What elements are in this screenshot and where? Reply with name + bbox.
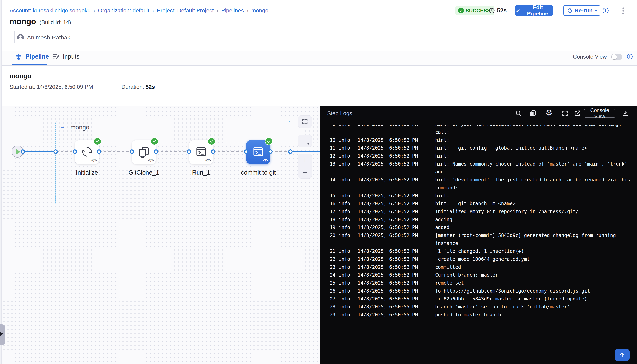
success-check-icon bbox=[94, 137, 102, 145]
inputs-icon bbox=[52, 53, 60, 60]
log-message: hint: 'development'. The just-created br… bbox=[435, 176, 634, 192]
log-line-number: 27 bbox=[327, 295, 336, 303]
log-line-number: 11 bbox=[327, 144, 336, 152]
console-view-info-icon[interactable] bbox=[627, 54, 634, 60]
log-line-number: 14 bbox=[327, 176, 336, 184]
log-line: 17 info 14/8/2025, 6:50:52 PM Initialize… bbox=[327, 208, 637, 216]
log-link[interactable]: https://github.com/Sonichigo/economy-dis… bbox=[444, 288, 590, 294]
breadcrumb-pipeline-name[interactable]: mongo bbox=[251, 7, 268, 14]
port-start bbox=[21, 150, 25, 154]
log-level: info bbox=[339, 232, 350, 239]
console-view-toggle[interactable] bbox=[611, 54, 622, 60]
download-logs-icon[interactable] bbox=[622, 110, 629, 117]
log-line-number: 24 bbox=[327, 271, 336, 279]
zoom-in-button[interactable]: + bbox=[298, 154, 312, 166]
log-line-number: 12 bbox=[327, 152, 336, 160]
log-message: remote set bbox=[435, 279, 634, 287]
log-line: 13 info 14/8/2025, 6:50:52 PM hint: Name… bbox=[327, 160, 637, 176]
collapse-stage-icon[interactable]: − bbox=[60, 124, 66, 130]
log-timestamp: 14/8/2025, 6:50:52 PM bbox=[358, 144, 435, 152]
log-level: info bbox=[339, 160, 350, 168]
breadcrumb-account[interactable]: Account: kurosakiichigo.songoku bbox=[10, 7, 90, 14]
sync-icon bbox=[81, 146, 93, 158]
pipeline-icon bbox=[15, 53, 22, 60]
step-label-run: Run_1 bbox=[175, 169, 227, 176]
success-check-icon bbox=[208, 137, 216, 145]
step-node-commit-to-git[interactable]: </> bbox=[246, 140, 270, 164]
stage-group-label: mongo bbox=[70, 124, 89, 131]
console-view-control: Console View bbox=[573, 54, 634, 60]
log-level: info bbox=[339, 136, 350, 144]
edge-start-to-stage bbox=[20, 151, 56, 152]
search-logs-icon[interactable] bbox=[515, 110, 522, 117]
port-initialize-out bbox=[97, 150, 101, 154]
log-level: info bbox=[339, 176, 350, 184]
console-view-button[interactable]: Console View bbox=[584, 109, 615, 118]
toggle-knob bbox=[612, 54, 617, 59]
pencil-icon bbox=[515, 8, 520, 13]
step-node-run[interactable]: </> bbox=[189, 140, 213, 164]
breadcrumb-organization[interactable]: Organization: default bbox=[98, 7, 149, 14]
log-timestamp: 14/8/2025, 6:50:55 PM bbox=[358, 311, 435, 319]
main-area: − mongo </> bbox=[0, 106, 637, 364]
log-level: info bbox=[339, 287, 350, 295]
status-text: SUCCESS bbox=[466, 8, 490, 14]
status-badge: ✓ SUCCESS bbox=[455, 6, 494, 15]
tab-bar: Pipeline Inputs Console View bbox=[0, 50, 637, 66]
log-level: info bbox=[339, 263, 350, 271]
log-timestamp: 14/8/2025, 6:50:52 PM bbox=[358, 136, 435, 144]
execution-info-icon[interactable] bbox=[602, 7, 609, 14]
log-line-number: 21 bbox=[327, 247, 336, 255]
chevron-right-icon: › bbox=[216, 7, 218, 14]
code-badge-icon: </> bbox=[148, 158, 154, 162]
log-level: info bbox=[339, 152, 350, 160]
log-line-number: 17 bbox=[327, 208, 336, 216]
canvas-select-zoom-button[interactable] bbox=[298, 135, 312, 147]
log-level: info bbox=[339, 192, 350, 200]
step-node-initialize[interactable]: </> bbox=[75, 140, 99, 164]
log-level: info bbox=[339, 255, 350, 263]
tab-inputs[interactable]: Inputs bbox=[52, 53, 80, 60]
expand-logs-icon[interactable] bbox=[561, 110, 568, 117]
log-timestamp: 14/8/2025, 6:50:52 PM bbox=[358, 247, 435, 255]
log-message: pushed to master branch bbox=[435, 311, 634, 319]
edit-pipeline-button[interactable]: Edit Pipeline bbox=[515, 5, 553, 16]
canvas-fullscreen-button[interactable] bbox=[298, 116, 312, 128]
log-line: 27 info 14/8/2025, 6:50:55 PM + 82a6dbb.… bbox=[327, 295, 637, 303]
log-timestamp: 14/8/2025, 6:50:52 PM bbox=[358, 208, 435, 216]
zoom-out-button[interactable]: − bbox=[298, 166, 312, 178]
left-panel-handle[interactable] bbox=[0, 324, 5, 345]
open-logs-external-icon[interactable] bbox=[574, 110, 581, 117]
build-id: (Build Id: 14) bbox=[40, 19, 71, 26]
breadcrumb-pipelines[interactable]: Pipelines bbox=[221, 7, 244, 14]
log-message: hint: bbox=[435, 152, 634, 160]
rerun-button[interactable]: Re-run ▾ bbox=[563, 5, 600, 16]
log-settings-icon[interactable]: ⚙ bbox=[546, 109, 553, 116]
run-name: mongo bbox=[10, 72, 31, 80]
stage-group-header[interactable]: − mongo bbox=[60, 124, 89, 131]
log-line: 23 info 14/8/2025, 6:50:52 PM committed bbox=[327, 263, 637, 271]
log-timestamp: 14/8/2025, 6:50:52 PM bbox=[358, 271, 435, 279]
log-level: info bbox=[339, 200, 350, 208]
breadcrumb-project[interactable]: Project: Default Project bbox=[157, 7, 214, 14]
scroll-to-top-button[interactable] bbox=[614, 349, 630, 361]
port-stage-out bbox=[288, 150, 292, 154]
log-line-number: 10 bbox=[327, 136, 336, 144]
port-stage-in bbox=[54, 150, 58, 154]
pipeline-execution-screen: Account: kurosakiichigo.songoku › Organi… bbox=[0, 0, 637, 364]
log-timestamp: 14/8/2025, 6:50:52 PM bbox=[358, 176, 435, 184]
pipeline-canvas[interactable]: − mongo </> bbox=[0, 106, 320, 364]
log-output[interactable]: 9 info 14/8/2025, 6:50:52 PM hint: of yo… bbox=[320, 120, 637, 364]
more-options-menu-icon[interactable] bbox=[619, 6, 627, 16]
log-timestamp: 14/8/2025, 6:50:52 PM bbox=[358, 232, 435, 239]
log-line-number: 20 bbox=[327, 232, 336, 239]
code-badge-icon: </> bbox=[91, 158, 97, 162]
copy-logs-icon[interactable] bbox=[529, 110, 536, 117]
tab-pipeline[interactable]: Pipeline bbox=[15, 53, 49, 60]
log-line: 28 info 14/8/2025, 6:50:55 PM branch 'ma… bbox=[327, 303, 637, 311]
log-level: info bbox=[339, 271, 350, 279]
log-line-number: 25 bbox=[327, 279, 336, 287]
step-node-gitclone[interactable]: </> bbox=[132, 140, 156, 164]
log-message: Current branch: master bbox=[435, 271, 634, 279]
caret-down-icon: ▾ bbox=[595, 8, 597, 13]
